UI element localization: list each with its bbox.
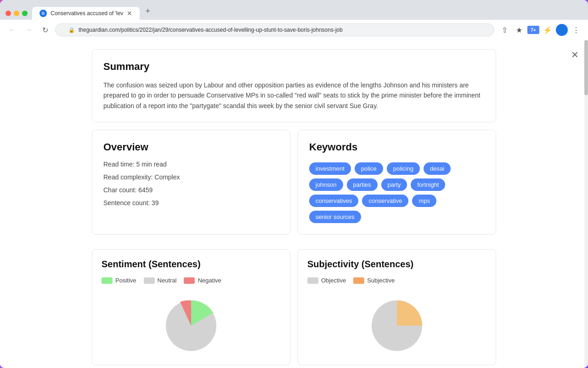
keyword-tag[interactable]: fortnight — [411, 178, 445, 191]
tags-container: investmentpolicepolicingdesaijohnsonpart… — [309, 162, 485, 223]
active-tab[interactable]: G Conservatives accused of 'lev ✕ — [32, 7, 140, 20]
overview-title: Overview — [103, 141, 279, 153]
positive-label: Positive — [115, 277, 136, 284]
address-bar[interactable]: 🔒 theguardian.com/politics/2022/jan/29/c… — [55, 23, 494, 36]
negative-label: Negative — [198, 277, 221, 284]
toolbar-icons: ⇧ ★ 7+ ⚡ 👤 ⋮ — [498, 23, 582, 36]
char-count: Char count: 6459 — [103, 186, 279, 194]
negative-color — [184, 277, 195, 284]
summary-card: Summary The confusion was seized upon by… — [92, 49, 496, 122]
overview-keywords-row: Overview Read time: 5 min read Read comp… — [92, 130, 496, 242]
maximize-traffic-light[interactable] — [22, 11, 28, 16]
traffic-lights — [6, 11, 28, 20]
read-time: Read time: 5 min read — [103, 161, 279, 168]
subjectivity-legend-subjective: Subjective — [353, 277, 395, 284]
refresh-button[interactable]: ↻ — [39, 23, 51, 36]
subjectivity-chart-area — [307, 291, 486, 356]
subjectivity-pie-chart — [360, 291, 434, 356]
keyword-tag[interactable]: parties — [347, 178, 378, 191]
minimize-traffic-light[interactable] — [14, 11, 19, 16]
browser-window: G Conservatives accused of 'lev ✕ + ← → … — [0, 0, 588, 368]
share-button[interactable]: ⇧ — [498, 23, 511, 36]
extension-icon[interactable]: 7+ — [527, 26, 539, 34]
lock-icon: 🔒 — [68, 27, 75, 33]
keyword-tag[interactable]: party — [381, 178, 407, 191]
browser-titlebar: G Conservatives accused of 'lev ✕ + — [0, 0, 588, 20]
charts-row: Sentiment (Sentences) Positive Neutral — [92, 249, 496, 368]
address-text: theguardian.com/politics/2022/jan/29/con… — [79, 27, 343, 33]
tab-favicon: G — [40, 10, 47, 17]
subjective-label: Subjective — [367, 277, 395, 284]
sentiment-legend-negative: Negative — [184, 277, 221, 284]
forward-button[interactable]: → — [22, 23, 35, 36]
keyword-tag[interactable]: johnson — [309, 178, 343, 191]
read-complexity: Read complexity: Complex — [103, 173, 279, 181]
back-button[interactable]: ← — [6, 23, 18, 36]
subjectivity-title: Subjectivity (Sentences) — [307, 259, 486, 270]
subjectivity-legend-objective: Objective — [307, 277, 346, 284]
sentence-count: Sentence count: 39 — [103, 199, 279, 207]
sentiment-legend: Positive Neutral Negative — [102, 277, 281, 284]
neutral-label: Neutral — [158, 277, 177, 284]
keyword-tag[interactable]: desai — [424, 162, 451, 175]
sentiment-pie-chart — [154, 291, 228, 356]
neutral-color — [144, 277, 155, 284]
keyword-tag[interactable]: conservative — [362, 195, 408, 207]
objective-label: Objective — [321, 277, 346, 284]
tab-title-text: Conservatives accused of 'lev — [51, 10, 123, 17]
more-menu-button[interactable]: ⋮ — [570, 23, 582, 36]
summary-body: The confusion was seized upon by Labour … — [103, 80, 485, 111]
summary-title: Summary — [103, 61, 485, 73]
page-content: ✕ Summary The confusion was seized upon … — [0, 40, 588, 368]
objective-color — [307, 277, 318, 284]
keyword-tag[interactable]: policing — [387, 162, 420, 175]
new-tab-button[interactable]: + — [141, 4, 155, 20]
bookmark-button[interactable]: ★ — [513, 23, 526, 36]
subjectivity-legend: Objective Subjective — [307, 277, 486, 284]
page-close-button[interactable]: ✕ — [571, 49, 579, 60]
sentiment-card: Sentiment (Sentences) Positive Neutral — [92, 249, 290, 365]
sentiment-legend-positive: Positive — [102, 277, 136, 284]
close-traffic-light[interactable] — [6, 11, 11, 16]
subjective-color — [353, 277, 364, 284]
keyword-tag[interactable]: mps — [412, 195, 436, 207]
sentiment-legend-neutral: Neutral — [144, 277, 177, 284]
extensions-button[interactable]: ⚡ — [541, 23, 554, 36]
keywords-title: Keywords — [309, 141, 485, 153]
page-wrapper: ✕ Summary The confusion was seized upon … — [0, 40, 588, 368]
positive-color — [102, 277, 113, 284]
subjectivity-card: Subjectivity (Sentences) Objective Subje… — [298, 249, 496, 365]
sentiment-title: Sentiment (Sentences) — [102, 259, 281, 270]
keyword-tag[interactable]: police — [355, 162, 383, 175]
tab-close-button[interactable]: ✕ — [127, 10, 132, 17]
keyword-tag[interactable]: investment — [309, 162, 351, 175]
keywords-card: Keywords investmentpolicepolicingdesaijo… — [298, 130, 496, 235]
profile-icon[interactable]: 👤 — [556, 24, 568, 36]
keyword-tag[interactable]: conservatives — [309, 195, 358, 207]
sentiment-chart-area — [102, 291, 281, 356]
browser-toolbar: ← → ↻ 🔒 theguardian.com/politics/2022/ja… — [0, 20, 588, 40]
overview-card: Overview Read time: 5 min read Read comp… — [92, 130, 290, 235]
keyword-tag[interactable]: senior sources — [309, 211, 361, 223]
